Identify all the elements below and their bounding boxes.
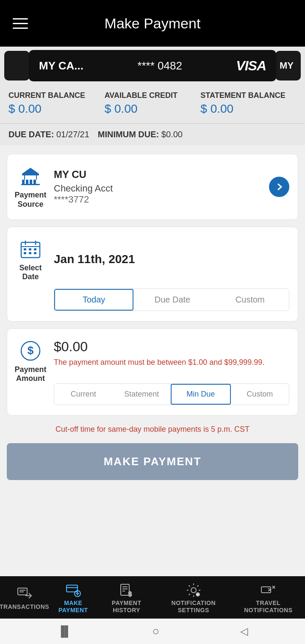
nav-make-payment[interactable]: MAKE PAYMENT	[49, 583, 97, 614]
amount-option-min-due[interactable]: Min Due	[171, 384, 231, 405]
amount-option-custom[interactable]: Custom	[231, 384, 289, 405]
android-nav: ▐▌ ○ ◁	[0, 619, 305, 644]
svg-marker-6	[22, 168, 39, 174]
card-name: MY CA...	[39, 59, 83, 72]
payment-source-label: Payment Source	[14, 191, 46, 209]
card-number: **** 0482	[90, 59, 229, 72]
svg-rect-4	[33, 180, 36, 184]
svg-rect-14	[29, 248, 31, 250]
amount-right: $0.00 The payment amount must be between…	[54, 339, 289, 375]
current-balance-amount: $ 0.00	[8, 102, 105, 116]
hamburger-menu[interactable]	[13, 18, 28, 29]
card-partial-left[interactable]	[4, 51, 30, 80]
chevron-right-icon	[274, 182, 284, 192]
nav-payment-history-label: PAYMENT HISTORY	[97, 600, 155, 614]
payment-amount-label: Payment Amount	[14, 365, 46, 383]
cutoff-notice: Cut-off time for same-day mobile payment…	[7, 422, 298, 436]
account-number: ****3772	[54, 194, 261, 205]
svg-text:$: $	[128, 591, 132, 597]
payment-amount-error: The payment amount must be between $1.00…	[54, 357, 289, 368]
card-main[interactable]: MY CA... **** 0482 VISA	[29, 50, 276, 81]
current-balance-label: CURRENT BALANCE	[8, 91, 105, 100]
svg-rect-2	[26, 180, 28, 184]
date-option-due-date[interactable]: Due Date	[133, 289, 211, 311]
card-partial-right-text: MY	[280, 60, 294, 71]
nav-payment-history[interactable]: $ PAYMENT HISTORY	[97, 583, 155, 614]
bank-name: MY CU	[54, 169, 261, 180]
bottom-nav: TRANSACTIONS MAKE PAYMENT $ PAYMENT HIST…	[0, 576, 305, 619]
minimum-due-value: $0.00	[161, 130, 183, 139]
make-payment-button[interactable]: MAKE PAYMENT	[7, 443, 298, 480]
header: Make Payment	[0, 0, 305, 47]
payment-source-chevron[interactable]	[269, 177, 289, 197]
date-option-today[interactable]: Today	[54, 289, 133, 311]
available-credit-label: AVAILABLE CREDIT	[105, 91, 201, 100]
payment-source-info: MY CU Checking Acct ****3772	[54, 169, 261, 205]
balance-row: CURRENT BALANCE $ 0.00 AVAILABLE CREDIT …	[0, 85, 305, 123]
svg-line-40	[189, 586, 190, 587]
nav-notification-settings-label: NOTIFICATION SETTINGS	[155, 600, 232, 614]
bank-icon	[19, 164, 42, 188]
svg-rect-1	[22, 180, 25, 184]
amount-option-current[interactable]: Current	[54, 384, 113, 405]
dollar-icon: $	[19, 339, 42, 363]
back-icon: ◁	[240, 625, 248, 637]
statement-balance-label: STATEMENT BALANCE	[200, 91, 297, 100]
svg-rect-7	[24, 175, 25, 180]
payment-amount-value: $0.00	[54, 339, 289, 355]
notification-settings-icon	[186, 583, 201, 598]
payment-source-section: Payment Source MY CU Checking Acct ****3…	[7, 154, 298, 219]
select-date-label: Select Date	[16, 264, 45, 282]
payment-history-icon: $	[119, 583, 134, 598]
select-date-section: Select Date Jan 11th, 2021 Today Due Dat…	[7, 227, 298, 322]
svg-rect-18	[34, 252, 36, 254]
svg-rect-30	[121, 584, 129, 595]
svg-text:$: $	[28, 344, 34, 357]
date-icon-group: Select Date	[16, 237, 45, 282]
svg-rect-47	[261, 587, 271, 593]
main-content: Payment Source MY CU Checking Acct ****3…	[0, 145, 305, 538]
svg-line-43	[189, 594, 190, 595]
due-date: DUE DATE: 01/27/21	[8, 130, 89, 139]
svg-rect-8	[36, 175, 37, 180]
nav-transactions[interactable]: TRANSACTIONS	[0, 586, 49, 611]
statement-balance-amount: $ 0.00	[200, 102, 297, 116]
android-recents-btn[interactable]: ▐▌	[57, 625, 72, 637]
minimum-due-label: MINIMUM DUE:	[98, 130, 159, 139]
svg-rect-13	[24, 248, 26, 250]
nav-notification-settings[interactable]: NOTIFICATION SETTINGS	[155, 583, 232, 614]
svg-rect-16	[24, 252, 26, 254]
payment-amount-section: $ Payment Amount $0.00 The payment amoun…	[7, 328, 298, 416]
minimum-due: MINIMUM DUE: $0.00	[98, 130, 183, 139]
date-top-row: Select Date Jan 11th, 2021	[16, 237, 289, 282]
card-partial-right[interactable]: MY	[275, 51, 301, 80]
due-date-value: 01/27/21	[56, 130, 89, 139]
travel-notifications-icon	[261, 583, 276, 598]
svg-rect-17	[29, 252, 31, 254]
date-option-custom[interactable]: Custom	[211, 289, 289, 311]
nav-travel-notifications[interactable]: TRAVEL NOTIFICATIONS	[232, 583, 305, 614]
amount-icon-group: $ Payment Amount	[16, 339, 45, 383]
page-title: Make Payment	[105, 15, 201, 32]
date-options: Today Due Date Custom	[54, 289, 289, 311]
make-payment-icon	[66, 583, 81, 598]
visa-logo: VISA	[236, 58, 266, 74]
android-back-btn[interactable]: ◁	[240, 625, 248, 637]
current-balance-item: CURRENT BALANCE $ 0.00	[8, 91, 105, 116]
calendar-icon	[19, 237, 42, 261]
payment-source-icon-group: Payment Source	[16, 164, 45, 209]
card-carousel: MY CA... **** 0482 VISA MY	[0, 47, 305, 85]
svg-rect-5	[21, 184, 40, 185]
nav-transactions-label: TRANSACTIONS	[0, 603, 49, 611]
amount-option-statement[interactable]: Statement	[113, 384, 171, 405]
svg-point-35	[191, 588, 196, 593]
svg-line-42	[197, 586, 198, 587]
transactions-icon	[17, 586, 32, 602]
home-icon: ○	[152, 625, 160, 638]
account-type: Checking Acct	[54, 183, 261, 194]
nav-make-payment-label: MAKE PAYMENT	[49, 600, 97, 614]
android-home-btn[interactable]: ○	[152, 625, 160, 638]
due-bar: DUE DATE: 01/27/21 MINIMUM DUE: $0.00	[0, 123, 305, 145]
available-credit-item: AVAILABLE CREDIT $ 0.00	[105, 91, 201, 116]
nav-travel-notifications-label: TRAVEL NOTIFICATIONS	[232, 600, 305, 614]
